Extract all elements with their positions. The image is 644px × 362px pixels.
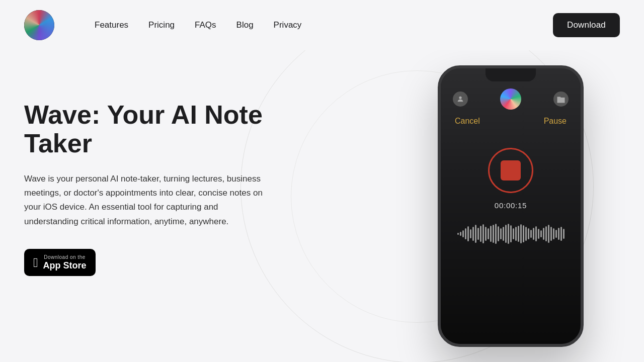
phone-user-icon	[453, 92, 468, 107]
wave-bar	[523, 225, 524, 242]
wave-bar	[482, 224, 484, 243]
wave-bar	[493, 225, 494, 243]
nav-blog[interactable]: Blog	[236, 20, 254, 30]
wave-bar	[465, 228, 466, 239]
wave-bar	[545, 226, 547, 241]
wave-bar	[525, 227, 527, 241]
nav-links: Features Pricing FAQs Blog Privacy	[95, 20, 301, 30]
phone-notch	[486, 68, 536, 81]
phone-screen: Cancel Pause 00:00:15	[441, 68, 581, 344]
wave-bar	[563, 229, 565, 239]
wave-bar	[498, 226, 499, 241]
wave-bar	[513, 228, 514, 239]
wave-bar	[490, 226, 492, 242]
wave-bar	[462, 230, 464, 237]
wave-bar	[550, 227, 552, 241]
pause-label[interactable]: Pause	[544, 117, 567, 126]
wave-bar	[548, 225, 549, 243]
hero-title: Wave: Your AI Note Taker	[24, 101, 306, 158]
hero-section: Wave: Your AI Note Taker Wave is your pe…	[0, 50, 644, 362]
wave-bar	[477, 228, 479, 240]
cancel-label[interactable]: Cancel	[455, 117, 480, 126]
stop-icon	[501, 160, 521, 180]
wave-bar	[467, 226, 469, 241]
record-timer: 00:00:15	[495, 201, 527, 210]
nav-pricing[interactable]: Pricing	[148, 20, 175, 30]
nav-cta: Download	[553, 13, 620, 37]
wave-bar	[488, 228, 489, 239]
app-store-sub-label: Download on the	[43, 254, 87, 260]
phone-folder-icon	[553, 92, 569, 107]
wave-bar	[540, 230, 542, 237]
apple-icon: 	[33, 256, 38, 269]
nav-privacy[interactable]: Privacy	[274, 20, 302, 30]
phone-logo-icon	[500, 88, 521, 110]
wave-bar	[520, 224, 522, 243]
waveform-visualization	[449, 224, 573, 244]
navbar: Features Pricing FAQs Blog Privacy Downl…	[0, 0, 644, 50]
wave-bar	[495, 224, 497, 244]
nav-features[interactable]: Features	[95, 20, 128, 30]
wave-bar	[538, 229, 539, 239]
wave-bar	[503, 227, 504, 241]
wave-bar	[543, 228, 544, 240]
wave-bar	[460, 232, 461, 236]
wave-bar	[515, 227, 517, 241]
nav-faqs[interactable]: FAQs	[195, 20, 216, 30]
wave-bar	[472, 227, 474, 241]
wave-bar	[535, 226, 537, 241]
wave-bar	[558, 228, 559, 240]
wave-bar	[475, 225, 476, 243]
svg-point-0	[459, 97, 461, 99]
logo[interactable]	[24, 10, 54, 40]
wave-bar	[528, 228, 529, 239]
hero-content: Wave: Your AI Note Taker Wave is your pe…	[24, 80, 306, 276]
wave-bar	[457, 233, 459, 235]
phone-mockup: Cancel Pause 00:00:15	[438, 65, 584, 347]
wave-bar	[530, 230, 532, 238]
wave-bar	[555, 230, 557, 238]
app-store-button[interactable]:  Download on the App Store	[24, 249, 96, 277]
wave-bar	[508, 224, 509, 244]
wave-bar	[500, 228, 502, 239]
wave-bar	[553, 228, 554, 239]
wave-bar	[505, 225, 507, 243]
wave-bar	[533, 228, 534, 240]
app-store-main-label: App Store	[43, 260, 87, 272]
wave-bar	[480, 226, 481, 242]
wave-bar	[518, 226, 519, 242]
wave-bar	[560, 227, 562, 241]
wave-bar	[510, 225, 512, 242]
record-button[interactable]	[488, 148, 533, 193]
hero-description: Wave is your personal AI note-taker, tur…	[24, 172, 271, 228]
wave-bar	[485, 227, 487, 241]
download-button[interactable]: Download	[553, 13, 620, 37]
phone-frame: Cancel Pause 00:00:15	[438, 65, 584, 347]
wave-bar	[470, 229, 471, 238]
phone-actions: Cancel Pause	[441, 110, 581, 133]
phone-topbar	[441, 88, 581, 110]
record-button-wrap: 00:00:15	[488, 148, 533, 210]
